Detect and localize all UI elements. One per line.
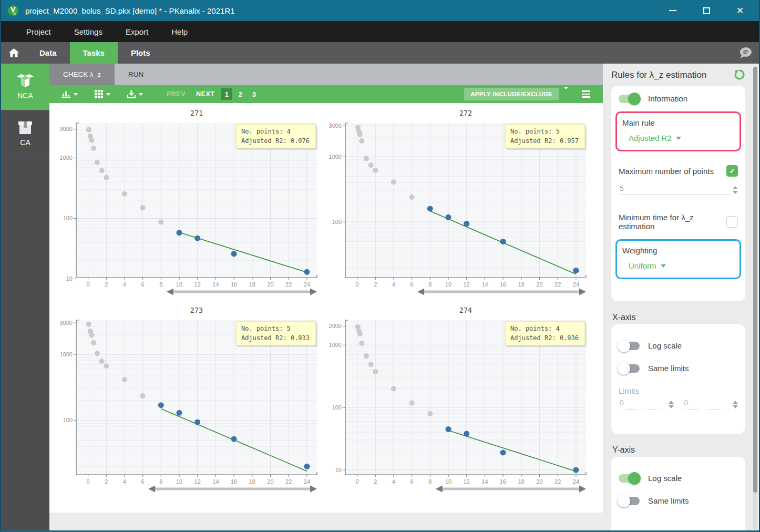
svg-text:18: 18 xyxy=(518,281,525,288)
chevron-down-icon xyxy=(661,264,666,268)
max-points-label: Maximum number of points xyxy=(619,167,714,176)
grid-layout-button[interactable] xyxy=(90,85,115,103)
plot-274[interactable]: 2000100010010024681012141618202224 274 N… xyxy=(325,303,591,499)
prev-page-button[interactable]: PREV xyxy=(162,90,190,98)
home-button[interactable] xyxy=(1,42,26,64)
svg-text:16: 16 xyxy=(231,478,237,485)
menu-help[interactable]: Help xyxy=(160,21,199,42)
page-button-3[interactable]: 3 xyxy=(248,88,260,100)
menu-export[interactable]: Export xyxy=(114,21,160,42)
max-points-field: 5 xyxy=(619,183,738,195)
feedback-button[interactable] xyxy=(732,42,759,64)
svg-text:10: 10 xyxy=(176,281,182,288)
x-limit-min-input[interactable]: 0 xyxy=(619,397,665,410)
svg-text:24: 24 xyxy=(304,281,310,288)
x-axis-card: Log scale Same limits Limits 0 0 xyxy=(611,324,745,434)
svg-text:3000: 3000 xyxy=(60,126,73,132)
svg-text:14: 14 xyxy=(212,281,219,288)
tab-tasks[interactable]: Tasks xyxy=(70,42,118,64)
svg-text:2: 2 xyxy=(105,281,108,288)
plot-271[interactable]: 3000100010010024681012141618202224 271 N… xyxy=(56,106,322,302)
svg-text:100: 100 xyxy=(332,404,342,411)
x-limit-max-stepper[interactable] xyxy=(733,401,738,410)
x-limit-min-field: 0 xyxy=(619,397,674,410)
plot-273[interactable]: 30001000100024681012141618202224 273 No.… xyxy=(56,303,322,499)
minimize-button[interactable] xyxy=(667,5,678,16)
svg-text:0: 0 xyxy=(87,478,90,485)
tab-data[interactable]: Data xyxy=(26,42,70,64)
fit-annotation: No. points: 5 Adjusted R2: 0.957 xyxy=(505,124,587,150)
y-axis-title: Y-axis xyxy=(612,445,745,455)
panel-scrollbar[interactable] xyxy=(753,66,757,530)
sidebar-item-label: CA xyxy=(20,138,30,147)
information-toggle[interactable] xyxy=(619,95,640,103)
max-points-stepper[interactable] xyxy=(733,186,738,195)
svg-text:1000: 1000 xyxy=(60,155,73,161)
scrollbar-thumb[interactable] xyxy=(753,67,757,493)
maximize-button[interactable] xyxy=(701,5,712,16)
x-limit-max-input[interactable]: 0 xyxy=(683,397,730,410)
min-time-checkbox[interactable] xyxy=(726,216,738,228)
x-same-limits-toggle[interactable] xyxy=(619,364,640,373)
svg-text:4: 4 xyxy=(123,478,126,485)
window-title: project_M2000_bolus_SD.pkx [demo] * - PK… xyxy=(25,6,667,15)
sidebar-item-ca[interactable]: CA xyxy=(1,110,49,157)
svg-text:16: 16 xyxy=(500,478,506,485)
time-range-arrow xyxy=(417,289,586,295)
plot-toolbar: PREV NEXT 1 2 3 APPLY INCLUDE/EXCLUDE xyxy=(49,85,603,103)
chevron-down-icon xyxy=(74,93,78,96)
weighting-dropdown[interactable]: Uniform xyxy=(629,261,734,270)
tab-plots[interactable]: Plots xyxy=(118,42,163,64)
y-same-limits-toggle[interactable] xyxy=(619,497,640,505)
settings-panel: Rules for λ_z estimation Information Mai… xyxy=(603,64,759,532)
subtab-run[interactable]: RUN xyxy=(115,64,157,85)
svg-text:8: 8 xyxy=(428,281,432,288)
y-log-scale-label: Log scale xyxy=(648,474,682,483)
open-box-icon xyxy=(16,74,35,88)
spinner-up-icon xyxy=(733,186,738,189)
menu-project[interactable]: Project xyxy=(15,21,63,42)
svg-text:18: 18 xyxy=(249,478,255,485)
menu-settings[interactable]: Settings xyxy=(63,21,114,42)
max-points-checkbox[interactable]: ✓ xyxy=(726,165,738,177)
apply-dropdown-button[interactable] xyxy=(559,89,573,99)
main-rule-highlight: Main rule Adjusted R2 xyxy=(615,111,741,151)
plot-type-button[interactable] xyxy=(57,85,83,103)
svg-text:1000: 1000 xyxy=(329,342,342,348)
closed-box-icon xyxy=(17,120,33,135)
svg-text:0: 0 xyxy=(356,281,359,288)
svg-text:2000: 2000 xyxy=(329,323,342,329)
plot-menu-button[interactable] xyxy=(582,90,590,98)
weighting-highlight: Weighting Uniform xyxy=(615,239,741,279)
close-button[interactable]: ✕ xyxy=(735,5,745,16)
max-points-input[interactable]: 5 xyxy=(619,183,730,195)
chevron-down-icon xyxy=(106,93,110,96)
plot-272[interactable]: 30001000100024681012141618202224 272 No.… xyxy=(325,106,591,302)
rules-card: Information Main rule Adjusted R2 Maximu… xyxy=(611,86,745,301)
chat-bubble-icon xyxy=(738,47,752,59)
apply-include-exclude-button[interactable]: APPLY INCLUDE/EXCLUDE xyxy=(464,88,559,100)
page-button-2[interactable]: 2 xyxy=(234,88,246,100)
svg-text:No. points: 4: No. points: 4 xyxy=(510,325,560,332)
svg-text:6: 6 xyxy=(141,478,145,485)
svg-text:22: 22 xyxy=(554,478,561,485)
subtab-check-lambda-z[interactable]: CHECK λ_z xyxy=(49,64,115,85)
x-log-scale-toggle[interactable] xyxy=(619,342,640,350)
y-tick-labels: 30001000100 xyxy=(329,122,345,225)
next-page-button[interactable]: NEXT xyxy=(192,90,219,98)
y-tick-labels: 3000100010010 xyxy=(60,126,76,282)
weighting-label: Weighting xyxy=(622,246,734,255)
export-plot-button[interactable] xyxy=(122,85,148,103)
y-log-scale-toggle[interactable] xyxy=(619,474,640,483)
sidebar-item-nca[interactable]: NCA xyxy=(1,64,49,110)
svg-text:100: 100 xyxy=(63,215,73,221)
y-tick-labels: 2000100010010 xyxy=(329,323,345,473)
reset-icon[interactable] xyxy=(734,69,745,80)
svg-text:Adjusted R2: 0.936: Adjusted R2: 0.936 xyxy=(510,334,579,342)
nav-bar: Data Tasks Plots xyxy=(1,42,759,64)
plot-title: 272 xyxy=(459,109,472,117)
page-button-1[interactable]: 1 xyxy=(221,88,232,100)
svg-text:Adjusted R2: 0.933: Adjusted R2: 0.933 xyxy=(241,334,310,342)
main-rule-dropdown[interactable]: Adjusted R2 xyxy=(629,134,734,142)
x-limit-min-stepper[interactable] xyxy=(669,401,674,410)
